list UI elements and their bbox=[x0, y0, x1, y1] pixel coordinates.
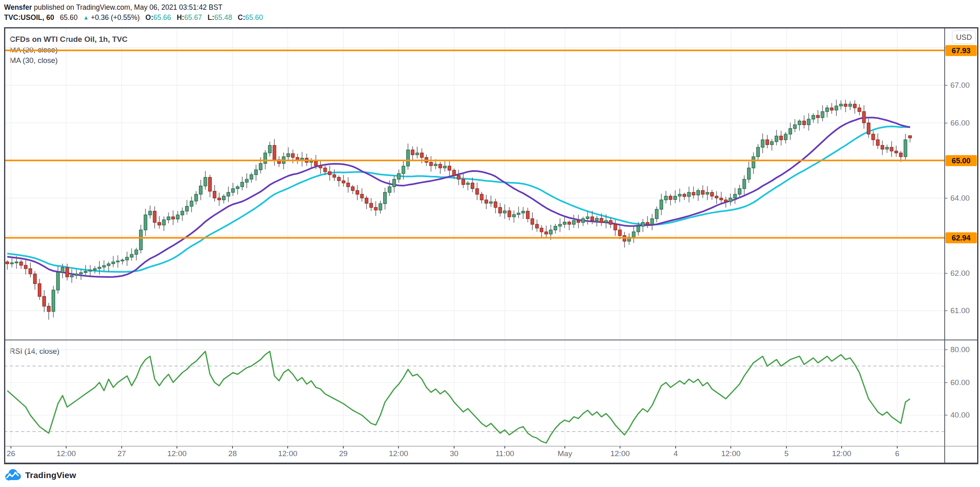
high-label: H: bbox=[177, 13, 184, 22]
price-axis-label: 62.00 bbox=[950, 269, 970, 278]
price-axis-label: 60.00 bbox=[950, 378, 970, 387]
chart-border-right bbox=[977, 27, 978, 464]
price-pane[interactable] bbox=[4, 28, 944, 340]
price-level-badge: 65.00 bbox=[946, 155, 977, 166]
time-axis-label: 12:00 bbox=[389, 449, 408, 458]
price-axis-label: 66.00 bbox=[950, 119, 970, 128]
low-value: 65.48 bbox=[214, 13, 232, 22]
time-axis[interactable]: 2612:002712:002812:002912:003011:00May12… bbox=[4, 446, 944, 463]
currency-toggle-button[interactable]: USD bbox=[952, 30, 976, 44]
time-axis-label: 29 bbox=[339, 449, 347, 458]
publish-info: published on TradingView.com, May 06, 20… bbox=[32, 3, 223, 11]
time-axis-label: 4 bbox=[674, 449, 678, 458]
time-axis-label: 26 bbox=[6, 449, 15, 458]
time-axis-label: 6 bbox=[895, 449, 900, 458]
time-axis-divider bbox=[4, 446, 977, 447]
tradingview-brand-text: TradingView bbox=[25, 470, 76, 480]
symbol-bar: TVC:USOIL, 60 65.60 ▲ +0.36 (+0.55%) O:6… bbox=[4, 13, 263, 22]
price-level-badge: 67.93 bbox=[946, 45, 977, 56]
close-value: 65.60 bbox=[245, 13, 263, 22]
last-price: 65.60 bbox=[60, 13, 78, 22]
price-axis-label: 67.00 bbox=[950, 81, 970, 90]
open-value: 65.66 bbox=[153, 13, 171, 22]
up-triangle-icon: ▲ bbox=[83, 14, 89, 21]
time-axis-label: 12:00 bbox=[721, 449, 741, 458]
rsi-pane[interactable] bbox=[4, 340, 944, 446]
price-axis-label: 64.00 bbox=[950, 194, 970, 203]
pane-divider bbox=[4, 340, 977, 340]
price-axis-label: 61.00 bbox=[950, 306, 970, 315]
open-label: O: bbox=[145, 13, 153, 22]
tradingview-published-chart: { "header": { "publisher": "Wensfer", "p… bbox=[0, 0, 980, 487]
chart-border-left bbox=[4, 27, 5, 464]
time-axis-label: May bbox=[558, 449, 572, 458]
tradingview-logo-icon bbox=[4, 468, 22, 483]
price-axis-divider bbox=[944, 28, 945, 463]
tradingview-attribution[interactable]: TradingView bbox=[4, 468, 76, 483]
time-axis-label: 5 bbox=[784, 449, 789, 458]
price-axis-label: 40.00 bbox=[950, 411, 970, 420]
low-label: L: bbox=[208, 13, 215, 22]
close-label: C: bbox=[238, 13, 245, 22]
time-axis-label: 28 bbox=[228, 449, 237, 458]
time-axis-label: 27 bbox=[117, 449, 126, 458]
price-change: +0.36 (+0.55%) bbox=[91, 13, 140, 22]
symbol-name: TVC:USOIL, 60 bbox=[4, 13, 54, 22]
time-axis-label: 12:00 bbox=[56, 449, 76, 458]
price-axis[interactable]: 68.0067.0066.0064.0062.0061.0080.0060.00… bbox=[944, 28, 978, 446]
time-axis-label: 30 bbox=[450, 449, 458, 458]
publisher-name: Wensfer bbox=[4, 3, 32, 11]
price-axis-label: 80.00 bbox=[950, 345, 970, 354]
time-axis-label: 12:00 bbox=[610, 449, 630, 458]
time-axis-label: 12:00 bbox=[167, 449, 187, 458]
price-level-badge: 62.94 bbox=[946, 232, 977, 243]
time-axis-label: 12:00 bbox=[832, 449, 851, 458]
time-axis-label: 11:00 bbox=[495, 449, 514, 458]
time-axis-label: 12:00 bbox=[278, 449, 297, 458]
chart-border-top bbox=[4, 27, 978, 28]
high-value: 65.67 bbox=[184, 13, 202, 22]
chart-border-bottom bbox=[4, 463, 978, 464]
publish-header: Wensfer published on TradingView.com, Ma… bbox=[4, 3, 222, 12]
